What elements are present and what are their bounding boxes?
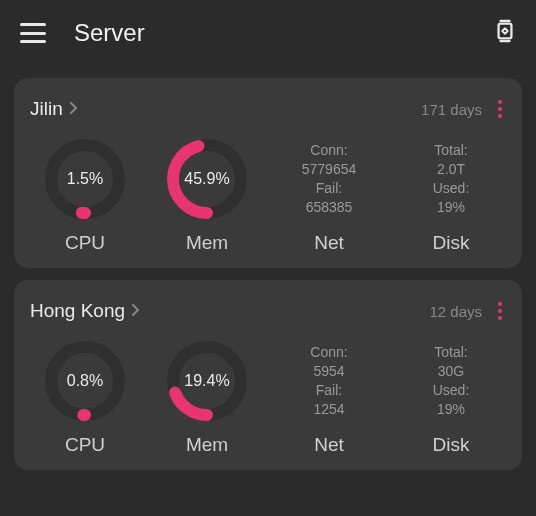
disk-used-label: Used: — [433, 381, 470, 400]
menu-icon[interactable] — [20, 23, 46, 43]
mem-column: 19.4% Mem — [152, 336, 262, 456]
more-icon[interactable] — [494, 298, 506, 324]
net-fail-value: 658385 — [306, 198, 353, 217]
chevron-right-icon — [69, 101, 79, 117]
mem-value: 19.4% — [162, 336, 252, 426]
disk-used-value: 19% — [437, 198, 465, 217]
server-uptime: 171 days — [421, 101, 482, 118]
cpu-gauge: 1.5% — [40, 134, 130, 224]
cpu-value: 1.5% — [40, 134, 130, 224]
net-conn-label: Conn: — [310, 343, 347, 362]
disk-stats: Total: 2.0T Used: 19% — [396, 134, 506, 224]
cpu-label: CPU — [65, 434, 105, 456]
net-fail-label: Fail: — [316, 381, 342, 400]
cpu-column: 0.8% CPU — [30, 336, 140, 456]
cpu-gauge: 0.8% — [40, 336, 130, 426]
mem-label: Mem — [186, 434, 228, 456]
net-conn-value: 5779654 — [302, 160, 357, 179]
cpu-value: 0.8% — [40, 336, 130, 426]
mem-value: 45.9% — [162, 134, 252, 224]
chevron-right-icon — [131, 303, 141, 319]
mem-gauge: 45.9% — [162, 134, 252, 224]
net-column: Conn: 5779654 Fail: 658385 Net — [274, 134, 384, 254]
svg-rect-0 — [499, 24, 512, 39]
mem-label: Mem — [186, 232, 228, 254]
server-card: Jilin 171 days 1.5% CPU 45.9% — [14, 78, 522, 268]
cpu-column: 1.5% CPU — [30, 134, 140, 254]
net-conn-label: Conn: — [310, 141, 347, 160]
disk-column: Total: 30G Used: 19% Disk — [396, 336, 506, 456]
net-conn-value: 5954 — [313, 362, 344, 381]
dev-mode-icon[interactable] — [494, 18, 516, 48]
server-card: Hong Kong 12 days 0.8% CPU 19 — [14, 280, 522, 470]
disk-used-value: 19% — [437, 400, 465, 419]
mem-gauge: 19.4% — [162, 336, 252, 426]
net-column: Conn: 5954 Fail: 1254 Net — [274, 336, 384, 456]
disk-total-label: Total: — [434, 141, 467, 160]
cpu-label: CPU — [65, 232, 105, 254]
server-card-header: Jilin 171 days — [30, 96, 506, 122]
net-label: Net — [314, 434, 344, 456]
disk-label: Disk — [433, 232, 470, 254]
more-icon[interactable] — [494, 96, 506, 122]
server-uptime: 12 days — [429, 303, 482, 320]
net-fail-label: Fail: — [316, 179, 342, 198]
disk-total-label: Total: — [434, 343, 467, 362]
net-fail-value: 1254 — [313, 400, 344, 419]
server-name-link[interactable]: Hong Kong — [30, 300, 141, 322]
disk-total-value: 2.0T — [437, 160, 465, 179]
server-name-link[interactable]: Jilin — [30, 98, 79, 120]
server-name-label: Hong Kong — [30, 300, 125, 322]
disk-stats: Total: 30G Used: 19% — [396, 336, 506, 426]
page-title: Server — [74, 19, 466, 47]
disk-column: Total: 2.0T Used: 19% Disk — [396, 134, 506, 254]
metrics-row: 1.5% CPU 45.9% Mem Conn: 5779654 Fail: 6… — [30, 134, 506, 254]
mem-column: 45.9% Mem — [152, 134, 262, 254]
disk-label: Disk — [433, 434, 470, 456]
net-stats: Conn: 5779654 Fail: 658385 — [274, 134, 384, 224]
metrics-row: 0.8% CPU 19.4% Mem Conn: 5954 Fail: 1254… — [30, 336, 506, 456]
net-stats: Conn: 5954 Fail: 1254 — [274, 336, 384, 426]
net-label: Net — [314, 232, 344, 254]
server-name-label: Jilin — [30, 98, 63, 120]
disk-total-value: 30G — [438, 362, 464, 381]
app-header: Server — [0, 0, 536, 66]
disk-used-label: Used: — [433, 179, 470, 198]
server-card-header: Hong Kong 12 days — [30, 298, 506, 324]
